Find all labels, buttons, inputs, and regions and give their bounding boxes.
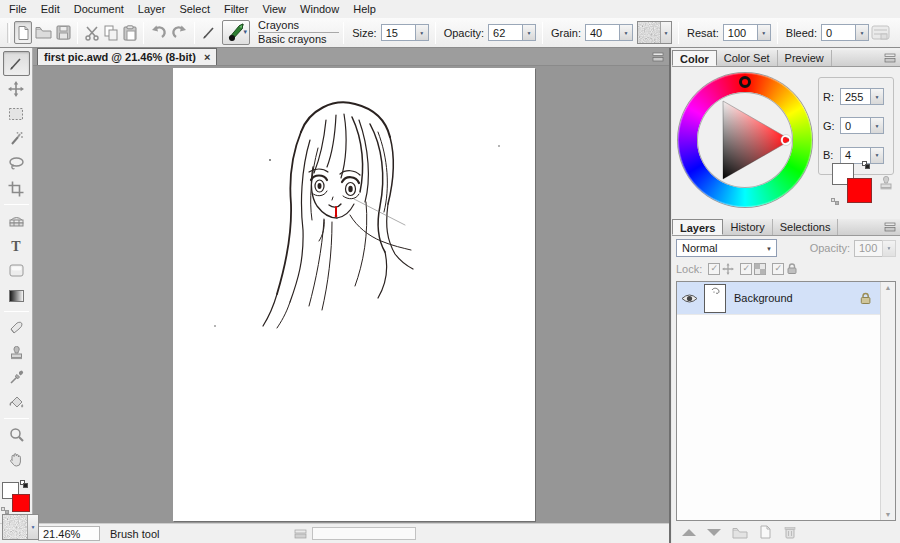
resat-input[interactable]: 100 <box>723 24 757 41</box>
layer-opacity-input[interactable]: 100 <box>854 240 882 257</box>
text-tool[interactable]: T <box>3 233 30 258</box>
lock-transparency-checkbox[interactable] <box>740 263 752 275</box>
menu-view[interactable]: View <box>255 2 293 16</box>
grain-texture-button[interactable] <box>637 21 672 44</box>
opacity-dropdown-button[interactable] <box>522 24 536 41</box>
new-document-button[interactable] <box>14 21 32 44</box>
new-layer-button[interactable] <box>759 525 772 539</box>
blend-mode-select[interactable]: Normal <box>676 239 777 257</box>
reset-colors-icon[interactable] <box>831 198 839 205</box>
zoom-level-field[interactable]: 21.46% <box>38 526 100 541</box>
tab-selections[interactable]: Selections <box>773 219 839 235</box>
b-dropdown-button[interactable] <box>870 147 884 164</box>
foreground-color-swatch[interactable] <box>847 178 872 203</box>
hand-tool[interactable] <box>3 447 30 472</box>
scroll-up-icon[interactable]: ▲ <box>885 284 892 291</box>
layer-thumbnail[interactable] <box>704 284 726 313</box>
color-wheel[interactable] <box>678 73 812 207</box>
menu-filter[interactable]: Filter <box>217 2 255 16</box>
tabstrip-menu-icon[interactable] <box>652 52 664 62</box>
tab-color[interactable]: Color <box>672 50 717 66</box>
eraser-tool[interactable] <box>3 315 30 340</box>
status-panel-icon[interactable] <box>294 529 307 539</box>
palette-panel-button[interactable] <box>871 25 890 40</box>
delete-layer-button[interactable] <box>783 525 797 539</box>
magic-wand-tool[interactable] <box>3 126 30 151</box>
zoom-tool[interactable] <box>3 422 30 447</box>
scroll-down-icon[interactable]: ▼ <box>885 511 892 518</box>
bleed-dropdown-button[interactable] <box>855 24 869 41</box>
panel-color-swatches[interactable] <box>832 163 872 203</box>
menu-file[interactable]: File <box>2 2 34 16</box>
lock-position-group[interactable] <box>708 263 734 275</box>
opacity-input[interactable]: 62 <box>488 24 522 41</box>
paste-button[interactable] <box>122 21 138 44</box>
shape-tool[interactable] <box>3 258 30 283</box>
size-input[interactable]: 15 <box>381 24 415 41</box>
paint-bucket-tool[interactable] <box>3 390 30 415</box>
resat-dropdown-button[interactable] <box>757 24 771 41</box>
brush-tool-button[interactable] <box>200 21 218 44</box>
color-panel-menu-icon[interactable] <box>884 53 896 63</box>
default-colors-icon[interactable] <box>862 161 870 169</box>
tab-preview[interactable]: Preview <box>778 50 832 66</box>
saturation-triangle[interactable] <box>678 73 812 207</box>
crop-tool[interactable] <box>3 176 30 201</box>
brush-preset-button[interactable]: ▼ <box>222 20 250 45</box>
menu-layer[interactable]: Layer <box>131 2 173 16</box>
move-tool[interactable] <box>3 76 30 101</box>
g-dropdown-button[interactable] <box>870 117 884 134</box>
cut-button[interactable] <box>83 21 101 44</box>
size-dropdown-button[interactable] <box>415 24 429 41</box>
redo-button[interactable] <box>170 21 189 44</box>
pattern-tool[interactable] <box>3 208 30 233</box>
tab-color-set[interactable]: Color Set <box>717 50 778 66</box>
visibility-eye-icon[interactable] <box>681 293 698 304</box>
menu-document[interactable]: Document <box>67 2 131 16</box>
tool-color-swatches[interactable] <box>2 482 30 512</box>
menu-edit[interactable]: Edit <box>34 2 67 16</box>
move-layer-up-button[interactable] <box>682 529 696 536</box>
layer-opacity-dropdown-button[interactable] <box>882 240 896 257</box>
move-layer-down-button[interactable] <box>707 529 721 536</box>
rect-select-tool[interactable] <box>3 101 30 126</box>
menu-select[interactable]: Select <box>172 2 217 16</box>
grain-dropdown-button[interactable] <box>619 24 633 41</box>
clone-stamp-tool[interactable] <box>3 340 30 365</box>
open-button[interactable] <box>34 21 53 44</box>
r-dropdown-button[interactable] <box>870 88 884 105</box>
copy-button[interactable] <box>103 21 120 44</box>
layer-row-background[interactable]: Background <box>677 282 880 315</box>
undo-button[interactable] <box>149 21 168 44</box>
save-button[interactable] <box>55 21 72 44</box>
lock-transparency-group[interactable] <box>740 263 766 275</box>
tab-layers[interactable]: Layers <box>672 219 723 235</box>
gradient-tool[interactable] <box>3 283 30 308</box>
layer-list-scrollbar[interactable]: ▲ ▼ <box>880 282 895 520</box>
document-page[interactable] <box>173 68 535 521</box>
r-input[interactable]: 255 <box>840 88 870 105</box>
grain-input[interactable]: 40 <box>585 24 619 41</box>
reset-colors-icon[interactable] <box>1 507 9 514</box>
document-tab[interactable]: first pic.awd @ 21.46% (8-bit) × <box>37 48 217 65</box>
brush-tool[interactable] <box>3 51 30 76</box>
tab-history[interactable]: History <box>723 219 772 235</box>
paper-texture-selector[interactable] <box>2 514 39 540</box>
lasso-tool[interactable] <box>3 151 30 176</box>
new-group-button[interactable] <box>732 526 748 539</box>
layers-panel-menu-icon[interactable] <box>884 222 896 232</box>
lock-position-checkbox[interactable] <box>708 263 720 275</box>
eyedropper-tool[interactable] <box>3 365 30 390</box>
menu-help[interactable]: Help <box>346 2 383 16</box>
foreground-color-swatch[interactable] <box>12 494 30 512</box>
menu-window[interactable]: Window <box>293 2 346 16</box>
close-tab-icon[interactable]: × <box>204 52 210 62</box>
g-input[interactable]: 0 <box>840 117 870 134</box>
stamp-icon[interactable] <box>878 175 894 191</box>
lock-all-checkbox[interactable] <box>772 263 784 275</box>
default-colors-icon[interactable] <box>20 480 28 488</box>
hue-marker[interactable] <box>739 76 751 88</box>
canvas-area[interactable] <box>33 66 669 523</box>
lock-all-group[interactable] <box>772 262 798 275</box>
bleed-input[interactable]: 0 <box>821 24 855 41</box>
